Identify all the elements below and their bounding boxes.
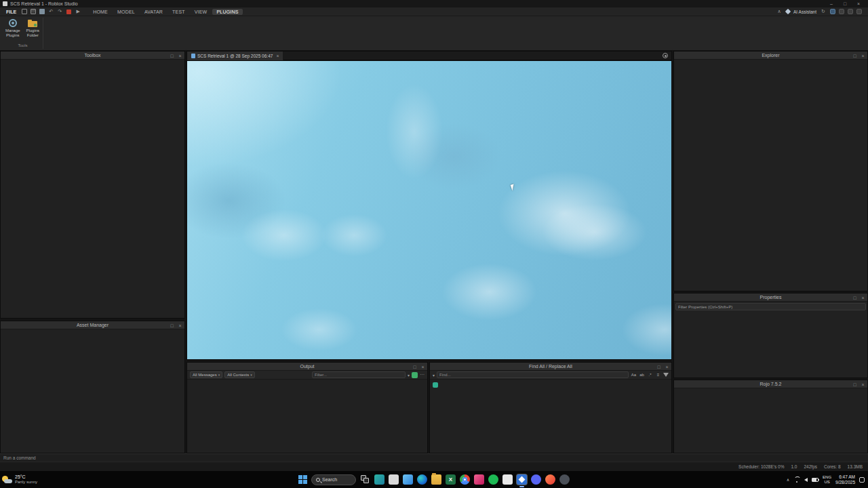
app-icon	[3, 1, 7, 6]
undo-icon[interactable]: ↶	[47, 8, 54, 16]
collapse-ribbon-icon[interactable]: ∧	[776, 8, 783, 16]
mail-app-icon[interactable]	[389, 474, 399, 485]
output-panel: Output □ × All Messages ▾ All Contexts ▾…	[186, 362, 428, 453]
find-input[interactable]: Find...	[437, 371, 629, 378]
properties-titlebar[interactable]: Properties □ ×	[674, 293, 867, 302]
close-icon[interactable]: ×	[860, 296, 866, 300]
spotify-icon[interactable]	[488, 474, 498, 485]
menubar-right-cluster: ∧ AI Assistant ↻	[776, 8, 865, 16]
notification-icon[interactable]	[859, 477, 865, 483]
filter-results-icon[interactable]	[663, 373, 669, 377]
save-icon[interactable]	[39, 9, 45, 14]
excel-icon[interactable]: X	[446, 474, 456, 485]
float-icon[interactable]: □	[852, 54, 858, 58]
more-options-icon[interactable]: ⋯	[420, 372, 425, 378]
viewport-settings-icon[interactable]	[663, 53, 668, 58]
contexts-filter-dropdown[interactable]: All Contexts ▾	[224, 371, 255, 378]
clock[interactable]: 6:47 AM 9/28/2025	[835, 474, 855, 485]
tray-expand-icon[interactable]: ∧	[787, 477, 789, 482]
sync-icon[interactable]: ↻	[820, 8, 827, 16]
tab-plugins[interactable]: PLUGINS	[212, 9, 242, 15]
tab-avatar[interactable]: AVATAR	[140, 9, 167, 15]
float-icon[interactable]: □	[852, 382, 858, 387]
match-case-icon[interactable]: Aa	[631, 373, 637, 377]
viewport-3d[interactable]	[186, 60, 672, 360]
manage-plugins-label-2: Plugins	[6, 33, 20, 38]
open-icon[interactable]	[31, 9, 36, 14]
weather-widget[interactable]: 25°C Partly sunny	[0, 474, 136, 485]
ai-assistant-button[interactable]: AI Assistant	[793, 9, 816, 14]
float-icon[interactable]: □	[852, 296, 858, 300]
output-source-icon[interactable]	[412, 372, 418, 378]
tab-test[interactable]: TEST	[168, 9, 189, 15]
regex-icon[interactable]: .*	[647, 373, 653, 377]
float-icon[interactable]: □	[412, 365, 418, 369]
menubar-extra-icon-2[interactable]	[839, 9, 844, 14]
edge-icon[interactable]	[417, 474, 427, 485]
chrome-icon[interactable]	[460, 474, 470, 485]
roblox-studio-window: SCS Retrieval 1 - Roblox Studio – □ × FI…	[0, 0, 868, 488]
float-icon[interactable]: □	[169, 54, 175, 58]
manage-plugins-button[interactable]: Manage Plugins	[4, 19, 22, 43]
filter-options-icon[interactable]: ▾	[408, 373, 410, 378]
opera-icon[interactable]	[545, 474, 555, 485]
taskbar-search[interactable]: Search	[311, 474, 356, 485]
viewport-tab[interactable]: SCS Retrieval 1 @ 28 Sep 2025 06:47 ×	[187, 52, 283, 60]
new-place-icon[interactable]	[22, 9, 27, 14]
roblox-studio-icon[interactable]	[517, 474, 527, 485]
toolbox-titlebar[interactable]: Toolbox □ ×	[1, 52, 184, 60]
command-bar[interactable]: Run a command	[0, 453, 868, 462]
close-icon[interactable]: ×	[420, 365, 426, 369]
battery-icon[interactable]	[812, 478, 818, 482]
find-expand-icon[interactable]: ▾	[433, 373, 435, 378]
find-titlebar[interactable]: Find All / Replace All □ ×	[430, 363, 671, 371]
minimize-button[interactable]: –	[825, 0, 838, 7]
close-icon[interactable]: ×	[177, 323, 183, 328]
properties-filter-input[interactable]: Filter Properties (Ctrl+Shift+P)	[675, 303, 866, 310]
maximize-button[interactable]: □	[838, 0, 852, 7]
explorer-titlebar[interactable]: Explorer □ ×	[674, 52, 867, 60]
tab-model[interactable]: MODEL	[113, 9, 139, 15]
tab-view[interactable]: VIEW	[191, 9, 212, 15]
whole-word-icon[interactable]: ab	[639, 373, 645, 377]
output-filter-input[interactable]: Filter...	[312, 371, 406, 378]
menubar-extra-icon-1[interactable]	[830, 9, 835, 14]
find-panel: Find All / Replace All □ × ▾ Find... Aa …	[429, 362, 672, 453]
language-indicator[interactable]: ENG US	[823, 475, 831, 484]
menubar-extra-icon-4[interactable]	[856, 9, 862, 14]
steam-icon[interactable]	[559, 474, 570, 485]
rojo-titlebar[interactable]: Rojo 7.5.2 □ ×	[674, 380, 867, 388]
widgets-icon[interactable]	[374, 474, 384, 485]
photos-icon[interactable]	[474, 474, 484, 485]
close-icon[interactable]: ×	[860, 382, 866, 387]
close-tab-icon[interactable]: ×	[276, 54, 279, 58]
redo-icon[interactable]: ↷	[56, 8, 63, 16]
task-view-icon[interactable]	[360, 474, 370, 485]
close-icon[interactable]: ×	[664, 365, 670, 369]
find-results	[430, 380, 671, 462]
titlebar: SCS Retrieval 1 - Roblox Studio – □ ×	[0, 0, 868, 7]
discord-icon[interactable]	[531, 474, 541, 485]
messages-filter-dropdown[interactable]: All Messages ▾	[190, 371, 222, 378]
play-icon[interactable]: ▶	[75, 8, 81, 16]
output-titlebar[interactable]: Output □ ×	[187, 363, 427, 371]
notepad-icon[interactable]	[502, 474, 513, 485]
record-icon[interactable]	[66, 9, 71, 14]
file-explorer-icon[interactable]	[431, 474, 441, 485]
float-icon[interactable]: □	[169, 323, 175, 328]
tab-home[interactable]: HOME	[89, 9, 112, 15]
start-button[interactable]	[298, 475, 307, 484]
close-icon[interactable]: ×	[177, 54, 183, 58]
volume-icon[interactable]	[804, 478, 808, 482]
close-button[interactable]: ×	[852, 0, 865, 7]
phone-link-icon[interactable]	[403, 474, 413, 485]
close-icon[interactable]: ×	[860, 54, 866, 58]
file-menu-button[interactable]: FILE	[3, 9, 19, 14]
wifi-icon[interactable]	[793, 477, 800, 483]
menubar-extra-icon-3[interactable]	[848, 9, 853, 14]
plugins-folder-button[interactable]: Plugins Folder	[24, 19, 42, 43]
asset-manager-titlebar[interactable]: Asset Manager □ ×	[1, 321, 184, 329]
results-list-icon[interactable]: ≡	[655, 373, 661, 377]
properties-panel: Properties □ × Filter Properties (Ctrl+S…	[673, 293, 868, 378]
float-icon[interactable]: □	[656, 365, 662, 369]
